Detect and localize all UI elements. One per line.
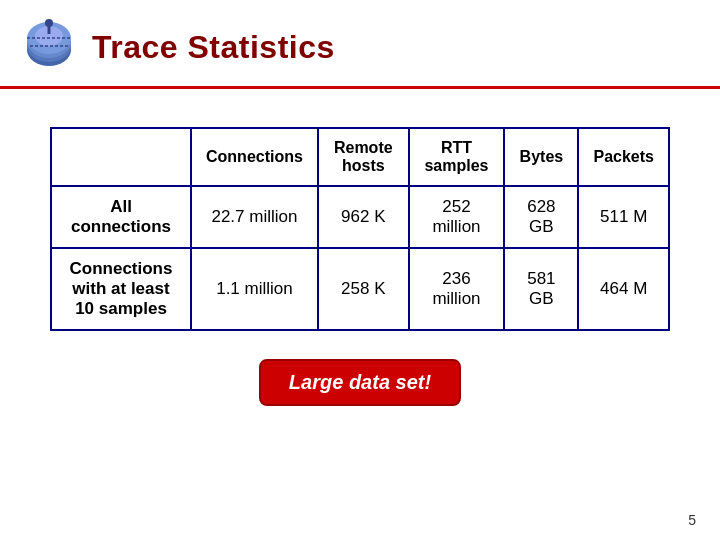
col-header-remote-hosts: Remote hosts xyxy=(318,128,409,186)
page-number: 5 xyxy=(688,512,696,528)
page-title: Trace Statistics xyxy=(92,29,335,66)
row-all-remote-hosts: 962 K xyxy=(318,186,409,248)
row-filtered-rtt-samples: 236 million xyxy=(409,248,505,330)
main-content: Connections Remote hosts RTT samples Byt… xyxy=(0,97,720,416)
row-label-all: All connections xyxy=(51,186,191,248)
row-all-packets: 511 M xyxy=(578,186,669,248)
row-filtered-connections: 1.1 million xyxy=(191,248,318,330)
row-all-bytes: 628 GB xyxy=(504,186,578,248)
app-icon xyxy=(20,18,78,76)
row-all-rtt-samples: 252 million xyxy=(409,186,505,248)
header: Trace Statistics xyxy=(0,0,720,89)
row-filtered-bytes: 581 GB xyxy=(504,248,578,330)
table-row: Connections with at least 10 samples 1.1… xyxy=(51,248,669,330)
large-dataset-badge: Large data set! xyxy=(259,359,461,406)
svg-point-6 xyxy=(45,19,53,27)
col-header-packets: Packets xyxy=(578,128,669,186)
col-header-rtt-samples: RTT samples xyxy=(409,128,505,186)
row-filtered-packets: 464 M xyxy=(578,248,669,330)
stats-table: Connections Remote hosts RTT samples Byt… xyxy=(50,127,670,331)
col-header-empty xyxy=(51,128,191,186)
col-header-bytes: Bytes xyxy=(504,128,578,186)
row-all-connections: 22.7 million xyxy=(191,186,318,248)
badge-container: Large data set! xyxy=(50,359,670,406)
table-row: All connections 22.7 million 962 K 252 m… xyxy=(51,186,669,248)
page: Trace Statistics Connections Remote host… xyxy=(0,0,720,540)
table-header-row: Connections Remote hosts RTT samples Byt… xyxy=(51,128,669,186)
col-header-connections: Connections xyxy=(191,128,318,186)
row-label-filtered: Connections with at least 10 samples xyxy=(51,248,191,330)
row-filtered-remote-hosts: 258 K xyxy=(318,248,409,330)
